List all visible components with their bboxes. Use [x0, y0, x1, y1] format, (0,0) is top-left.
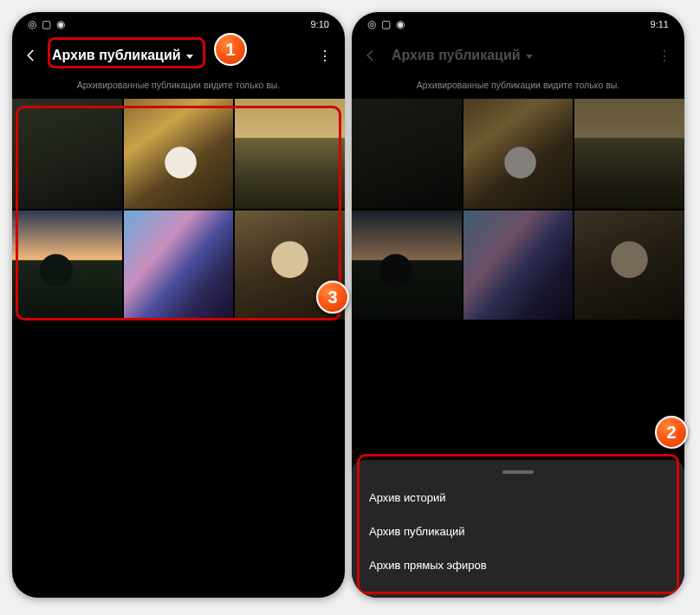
- statusbar: ◎ ▢ ◉ 9:11: [352, 12, 684, 36]
- sheet-item-stories[interactable]: Архив историй: [352, 481, 684, 515]
- photo-cell[interactable]: [352, 99, 462, 209]
- photo-cell[interactable]: [124, 210, 234, 320]
- shazam-icon: ◉: [56, 18, 65, 30]
- phone-left: ◎ ▢ ◉ 9:10 Архив публикаций ⋮ Архивирова…: [12, 12, 345, 598]
- statusbar: ◎ ▢ ◉ 9:10: [12, 12, 345, 36]
- archive-title: Архив публикаций: [392, 48, 521, 63]
- clock: 9:10: [311, 19, 329, 29]
- sheet-handle[interactable]: [502, 470, 534, 474]
- photo-cell[interactable]: [124, 99, 234, 209]
- app-icon: ▢: [381, 18, 391, 30]
- back-button[interactable]: [23, 47, 40, 64]
- status-icons-left: ◎ ▢ ◉: [367, 18, 405, 30]
- photo-grid: [12, 99, 345, 320]
- more-button[interactable]: ⋮: [655, 48, 674, 64]
- app-header: Архив публикаций ⋮: [12, 36, 345, 74]
- photo-grid: [352, 99, 684, 320]
- phone-right: ◎ ▢ ◉ 9:11 Архив публикаций ⋮ Архивирова…: [352, 12, 684, 598]
- photo-cell[interactable]: [574, 210, 684, 320]
- photo-cell[interactable]: [574, 99, 684, 209]
- app-icon: ▢: [42, 18, 51, 30]
- chevron-down-icon: [186, 55, 193, 59]
- photo-cell[interactable]: [235, 99, 345, 209]
- back-button[interactable]: [362, 47, 379, 64]
- instagram-icon: ◎: [367, 18, 376, 30]
- archive-dropdown[interactable]: Архив публикаций: [392, 48, 533, 63]
- status-icons-left: ◎ ▢ ◉: [28, 18, 65, 30]
- archive-type-sheet: Архив историй Архив публикаций Архив пря…: [352, 460, 684, 598]
- photo-cell[interactable]: [352, 210, 462, 320]
- clock: 9:11: [651, 19, 669, 29]
- instagram-icon: ◎: [28, 18, 36, 30]
- photo-cell[interactable]: [463, 99, 574, 209]
- photo-cell[interactable]: [12, 210, 122, 320]
- shazam-icon: ◉: [396, 18, 405, 30]
- sheet-item-posts[interactable]: Архив публикаций: [352, 515, 684, 548]
- photo-cell[interactable]: [12, 99, 122, 209]
- sheet-item-live[interactable]: Архив прямых эфиров: [352, 548, 684, 582]
- chevron-down-icon: [526, 55, 533, 59]
- archive-subtitle: Архивированные публикации видите только …: [12, 74, 345, 99]
- archive-subtitle: Архивированные публикации видите только …: [352, 74, 684, 99]
- photo-cell[interactable]: [235, 210, 345, 320]
- archive-title: Архив публикаций: [52, 48, 181, 63]
- archive-dropdown[interactable]: Архив публикаций: [52, 48, 193, 63]
- app-header: Архив публикаций ⋮: [352, 36, 684, 74]
- more-button[interactable]: ⋮: [315, 48, 334, 64]
- photo-cell[interactable]: [463, 210, 574, 320]
